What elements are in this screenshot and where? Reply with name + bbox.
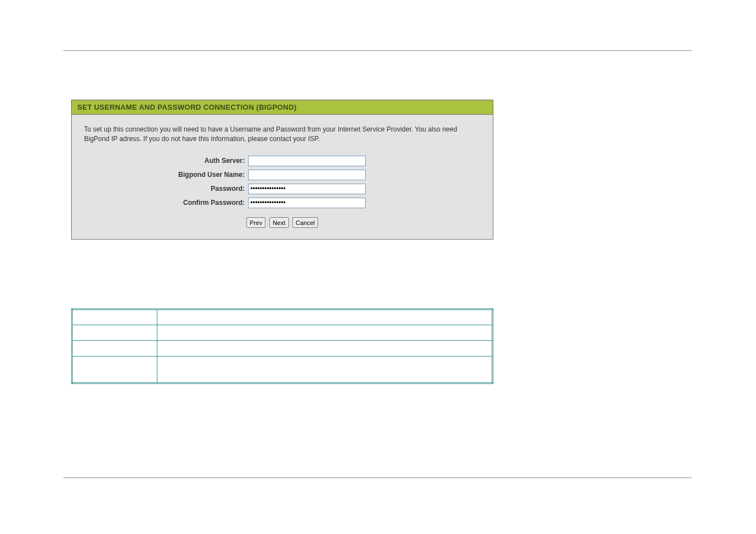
password-label: Password: [84, 185, 248, 193]
table-cell [157, 357, 493, 383]
table-row [72, 310, 493, 325]
table-cell [157, 341, 493, 357]
confirm-password-label: Confirm Password: [84, 199, 248, 207]
table-cell [157, 325, 493, 341]
auth-server-row: Auth Server: [84, 156, 480, 166]
auth-server-input[interactable] [248, 156, 366, 166]
top-divider [63, 50, 692, 51]
bigpond-user-name-row: Bigpond User Name: [84, 170, 480, 180]
bigpond-config-panel: SET USERNAME AND PASSWORD CONNECTION (BI… [71, 100, 493, 240]
confirm-password-input[interactable] [248, 198, 366, 208]
prev-button[interactable]: Prev [246, 217, 266, 228]
table-cell [72, 310, 157, 325]
panel-description: To set up this connection you will need … [84, 125, 480, 144]
info-table [71, 308, 493, 384]
password-row: Password: [84, 184, 480, 194]
password-input[interactable] [248, 184, 366, 194]
auth-server-label: Auth Server: [84, 157, 248, 165]
panel-body: To set up this connection you will need … [72, 115, 493, 239]
table-row [72, 357, 493, 383]
button-row: Prev Next Cancel [84, 217, 480, 228]
next-button[interactable]: Next [269, 217, 289, 228]
table-cell [157, 310, 493, 325]
bigpond-user-name-input[interactable] [248, 170, 366, 180]
table-cell [72, 341, 157, 357]
bottom-divider [63, 477, 692, 478]
panel-title: SET USERNAME AND PASSWORD CONNECTION (BI… [72, 100, 493, 115]
table-cell [72, 325, 157, 341]
table-row [72, 341, 493, 357]
confirm-password-row: Confirm Password: [84, 198, 480, 208]
table-cell [72, 357, 157, 383]
bigpond-user-name-label: Bigpond User Name: [84, 171, 248, 179]
table-row [72, 325, 493, 341]
cancel-button[interactable]: Cancel [292, 217, 318, 228]
